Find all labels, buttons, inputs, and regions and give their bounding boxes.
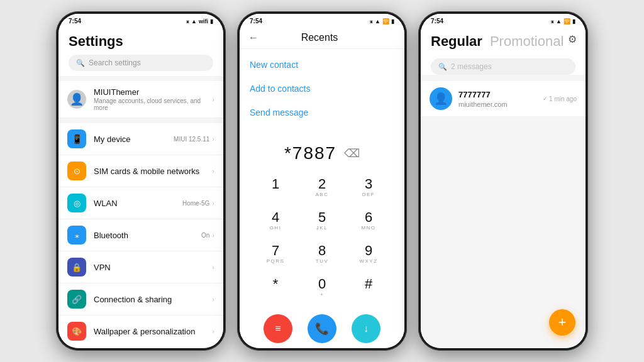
status-time-3: 7:54 [431, 18, 443, 25]
chevron-icon-1: › [212, 167, 214, 175]
key-sub-8: TUV [316, 258, 329, 265]
messages-search-bar[interactable]: 🔍 2 messages [431, 58, 575, 75]
chevron-icon-3: › [212, 231, 214, 239]
wallpaper-icon: 🎨 [67, 322, 86, 341]
settings-gear-icon[interactable]: ⚙ [568, 33, 577, 45]
key-main-hash: # [365, 277, 372, 291]
search-icon-msg: 🔍 [438, 63, 447, 71]
wlan-text: WLAN [94, 199, 175, 208]
settings-item-bluetooth[interactable]: ⁎ Bluetooth On › [58, 219, 223, 251]
settings-screen: Settings 🔍 Search settings 👤 MIUIThemer … [58, 27, 223, 348]
contact-sub: miuithemer.com [458, 101, 536, 108]
contact-name: 7777777 [458, 90, 536, 99]
connection-icon: 🔗 [67, 290, 86, 309]
recent-add-contact[interactable]: Add to contacts [240, 77, 404, 101]
settings-item-sim[interactable]: ⊙ SIM cards & mobile networks › [58, 155, 223, 187]
dial-key-hash[interactable]: # [345, 271, 392, 304]
menu-button[interactable]: ≡ [264, 314, 292, 343]
dial-key-4[interactable]: 4 GHI [252, 204, 299, 238]
key-sub-4: GHI [270, 225, 282, 231]
dial-key-2[interactable]: 2 ABC [299, 171, 345, 204]
key-sub-9: WXYZ [359, 258, 377, 265]
status-icons-2: ⁎ ▲ 🛜 ▮ [370, 18, 394, 25]
message-item[interactable]: 👤 7777777 miuithemer.com ✓ 1 min ago [421, 81, 586, 117]
sim-text: SIM cards & mobile networks [94, 167, 204, 176]
contact-avatar: 👤 [430, 87, 452, 110]
settings-search-bar[interactable]: 🔍 Search settings [69, 55, 213, 71]
backspace-button[interactable]: ⌫ [344, 146, 360, 160]
connection-right: › [212, 295, 214, 303]
tab-promotional[interactable]: Promotional [490, 33, 564, 50]
call-button[interactable]: 📞 [308, 314, 336, 343]
wlan-icon: ◎ [67, 194, 86, 212]
recent-new-contact[interactable]: New contact [240, 53, 404, 77]
dialer-title: Recents [264, 32, 375, 43]
settings-item-wallpaper[interactable]: 🎨 Wallpaper & personalization › [58, 315, 223, 348]
search-placeholder: Search settings [89, 58, 141, 67]
account-sublabel: Manage accounts, cloud services, and mor… [94, 97, 204, 111]
plus-icon: + [558, 314, 567, 331]
tab-regular[interactable]: Regular [431, 33, 482, 50]
compose-fab[interactable]: + [549, 309, 575, 336]
key-sub-6: MNO [361, 225, 375, 231]
dial-key-6[interactable]: 6 MNO [345, 204, 392, 238]
key-main-star: * [273, 277, 279, 291]
settings-account-group: 👤 MIUIThemer Manage accounts, cloud serv… [58, 81, 223, 118]
dial-key-star[interactable]: * [252, 271, 299, 304]
bt-icon-3: ⁎ [551, 18, 554, 25]
dial-key-9[interactable]: 9 WXYZ [345, 238, 392, 271]
messages-tabs: Regular Promotional [431, 33, 575, 55]
dial-key-3[interactable]: 3 DEF [345, 171, 392, 204]
chevron-icon-4: › [212, 263, 214, 271]
vpn-label: VPN [94, 263, 204, 272]
connection-label: Connection & sharing [94, 295, 204, 304]
dial-pad: 1 2 ABC 3 DEF 4 GHI 5 JKL [240, 168, 404, 309]
my-device-icon: 📱 [67, 129, 86, 148]
settings-item-vpn[interactable]: 🔒 VPN › [58, 251, 223, 283]
signal-icon-2: ▲ [375, 18, 380, 25]
settings-item-my-device[interactable]: 📱 My device MIUI 12.5.11 › [58, 123, 223, 155]
recent-send-message[interactable]: Send message [240, 101, 404, 124]
key-main-5: 5 [318, 211, 326, 224]
dial-key-0[interactable]: 0 + [299, 271, 345, 304]
dialer-screen: ← Recents New contact Add to contacts Se… [240, 27, 404, 348]
dial-key-5[interactable]: 5 JKL [299, 204, 345, 238]
status-icons-3: ⁎ ▲ 🛜 ▮ [551, 18, 575, 25]
bluetooth-label: Bluetooth [94, 231, 194, 240]
chevron-icon-2: › [212, 199, 214, 207]
avatar-icon: 👤 [67, 90, 86, 109]
signal-icon-3: ▲ [556, 18, 562, 25]
key-main-8: 8 [318, 244, 326, 258]
key-main-3: 3 [365, 177, 372, 191]
dial-key-7[interactable]: 7 PQRS [252, 238, 299, 271]
battery-icon: ▮ [210, 18, 213, 25]
key-main-2: 2 [318, 177, 326, 191]
status-icons-1: ⁎ ▲ wifi ▮ [186, 18, 213, 25]
settings-item-always-on[interactable]: 🔴 Always-on display & Lock screen › [58, 348, 223, 348]
wlan-right: Home-5G › [182, 199, 214, 207]
wifi-icon-2: 🛜 [382, 18, 389, 25]
download-button[interactable]: ↓ [352, 314, 380, 343]
settings-item-account[interactable]: 👤 MIUIThemer Manage accounts, cloud serv… [58, 81, 223, 118]
messages-header: Regular Promotional ⚙ 🔍 2 messages [421, 27, 586, 75]
messages-screen: Regular Promotional ⚙ 🔍 2 messages 👤 777… [421, 27, 586, 348]
settings-item-wlan[interactable]: ◎ WLAN Home-5G › [58, 187, 223, 219]
signal-icon: ▲ [191, 18, 197, 25]
chevron-icon-5: › [212, 295, 214, 303]
wlan-badge: Home-5G [182, 200, 209, 207]
bluetooth-settings-icon: ⁎ [67, 226, 86, 244]
settings-header: Settings 🔍 Search settings [58, 27, 223, 76]
key-main-0: 0 [318, 277, 326, 291]
account-text: MIUIThemer Manage accounts, cloud servic… [94, 87, 204, 111]
chevron-icon: › [212, 96, 214, 103]
sim-label: SIM cards & mobile networks [94, 167, 204, 176]
dial-key-8[interactable]: 8 TUV [299, 238, 345, 271]
check-icon: ✓ [543, 96, 548, 102]
settings-item-connection[interactable]: 🔗 Connection & sharing › [58, 283, 223, 315]
messages-list: 👤 7777777 miuithemer.com ✓ 1 min ago [421, 81, 586, 117]
bluetooth-text: Bluetooth [94, 231, 194, 240]
status-bar-2: 7:54 ⁎ ▲ 🛜 ▮ [240, 14, 404, 27]
vpn-icon: 🔒 [67, 258, 86, 277]
dial-key-1[interactable]: 1 [252, 171, 299, 204]
back-button[interactable]: ← [248, 32, 258, 43]
